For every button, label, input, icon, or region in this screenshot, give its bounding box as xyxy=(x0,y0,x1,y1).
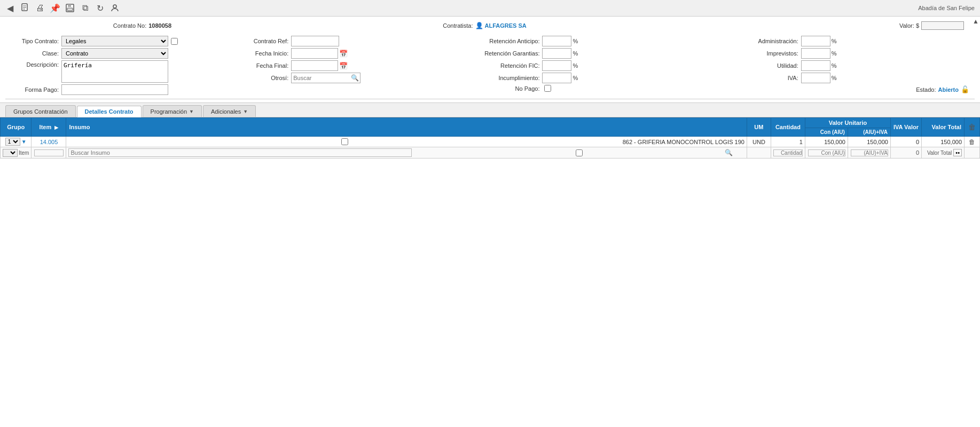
save-icon[interactable] xyxy=(64,2,76,14)
um-value: UND xyxy=(752,139,765,145)
th-um: UM xyxy=(747,118,771,137)
th-cantidad: Cantidad xyxy=(771,118,805,137)
tab-detalles-contrato[interactable]: Detalles Contrato xyxy=(77,106,142,117)
fecha-final-calendar-icon[interactable]: 📅 xyxy=(339,62,348,70)
new-aiu-hva-input[interactable] xyxy=(851,149,888,156)
row-insumo-checkbox[interactable] xyxy=(68,138,621,145)
contratista-section: Contratista: 👤 ALFAGRES SA xyxy=(279,22,690,29)
con-aiu-value: 150,000 xyxy=(824,139,845,145)
new-con-aiu-input[interactable] xyxy=(808,149,845,156)
administracion-input[interactable]: 0.00 xyxy=(801,36,830,46)
new-row-del xyxy=(965,147,980,159)
retencion-fic-label: Retención FIC: xyxy=(470,62,539,69)
collapse-header-icon[interactable]: ▲ xyxy=(973,18,979,25)
th-aiu-hva: (AIU)+IVA xyxy=(848,128,890,137)
row-con-aiu: 150,000 xyxy=(805,137,848,147)
descripcion-textarea[interactable]: Grifería xyxy=(61,60,168,83)
row-delete: 🗑 xyxy=(965,137,980,147)
tipo-contrato-label: Tipo Contrato: xyxy=(11,38,59,44)
new-iva-value: 0 xyxy=(916,149,919,156)
clase-label: Clase: xyxy=(11,50,59,57)
new-doc-icon[interactable] xyxy=(19,2,31,14)
otrosi-label: Otrosí: xyxy=(240,75,288,81)
item-sort-icon[interactable]: ▶ xyxy=(54,125,58,130)
new-row-iva: 0 xyxy=(890,147,921,159)
form-col-far-right: Administración: 0.00 % Imprevistos: 0.00… xyxy=(745,36,969,97)
retencion-fic-input[interactable]: 10 xyxy=(542,60,571,71)
tab-grupos-contratacion[interactable]: Grupos Contratación xyxy=(5,105,76,117)
imprevistos-pct: % xyxy=(832,50,837,57)
th-item[interactable]: Item ▶ xyxy=(32,118,66,137)
valor-section: Valor: $ 150,000 xyxy=(690,21,975,30)
retencion-anticipo-input[interactable]: 0.00 xyxy=(542,36,571,46)
grupo-select[interactable]: 1 xyxy=(5,138,20,146)
tabs-bar: Grupos Contratación Detalles Contrato Pr… xyxy=(0,103,980,117)
refresh-icon[interactable]: ↻ xyxy=(94,2,106,14)
contrato-no-label: Contrato No: xyxy=(113,22,146,29)
valor-input[interactable]: 150,000 xyxy=(921,21,964,30)
row-expand-icon[interactable]: ▼ xyxy=(21,139,27,145)
row-delete-button[interactable]: 🗑 xyxy=(968,138,976,146)
tab-programacion[interactable]: Programación ▼ xyxy=(143,105,202,117)
adicionales-dropdown-arrow[interactable]: ▼ xyxy=(243,109,248,114)
svg-rect-6 xyxy=(67,8,73,11)
incumplimiento-input[interactable]: 0.00 xyxy=(542,73,571,83)
imprevistos-label: Imprevistos: xyxy=(745,50,798,57)
items-table: Grupo Item ▶ Insumo UM Cantidad Valor Un… xyxy=(0,117,980,159)
lock-icon[interactable]: 🔓 xyxy=(961,85,969,93)
new-cantidad-input[interactable] xyxy=(773,149,803,156)
otrosi-input[interactable] xyxy=(291,73,360,83)
utilidad-pct: % xyxy=(832,62,837,69)
no-pago-checkbox[interactable] xyxy=(544,85,551,92)
new-row-total: Valor Total •• xyxy=(922,147,965,159)
back-icon[interactable]: ◀ xyxy=(4,2,16,14)
fecha-inicio-calendar-icon[interactable]: 📅 xyxy=(339,50,348,58)
otrosi-search-icon[interactable]: 🔍 xyxy=(351,74,359,82)
new-grupo-select[interactable] xyxy=(3,149,18,157)
print-icon[interactable]: 🖨 xyxy=(34,2,46,14)
svg-point-7 xyxy=(113,5,116,8)
forma-pago-input[interactable] xyxy=(61,84,168,95)
pin-icon[interactable]: 📌 xyxy=(49,2,61,14)
new-row-aiu-hva xyxy=(848,147,890,159)
fecha-inicio-input[interactable]: 21/09/2022 xyxy=(291,48,338,59)
new-total-ellipsis[interactable]: •• xyxy=(953,149,962,156)
new-row-cantidad xyxy=(771,147,805,159)
new-item-label: Item xyxy=(19,150,29,156)
clase-select[interactable]: Contrato Otro xyxy=(61,48,168,59)
retencion-fic-pct: % xyxy=(573,62,578,69)
delete-all-button[interactable]: 🗑 xyxy=(967,123,977,131)
fecha-final-label: Fecha Final: xyxy=(240,62,288,69)
copy-icon[interactable]: ⧉ xyxy=(79,2,91,14)
new-insumo-checkbox[interactable] xyxy=(414,149,744,156)
retencion-garantias-label: Retención Garantias: xyxy=(470,50,539,57)
iva-input[interactable]: 0.00 xyxy=(801,73,830,83)
insumo-search-icon[interactable]: 🔍 xyxy=(725,149,733,156)
new-total-label: Valor Total xyxy=(927,150,952,156)
fecha-final-input[interactable]: 30/09/2022 xyxy=(291,60,338,71)
tipo-contrato-select[interactable]: Legales Especiales xyxy=(61,36,168,46)
tab-adicionales[interactable]: Adicionales ▼ xyxy=(203,105,256,117)
utilidad-input[interactable]: 0.00 xyxy=(801,60,830,71)
contrato-ref-input[interactable] xyxy=(291,36,339,46)
incumplimiento-label: Incumplimiento: xyxy=(470,75,539,81)
retencion-anticipo-label: Retención Anticipo: xyxy=(470,38,539,44)
retencion-garantias-input[interactable]: 10 xyxy=(542,48,571,59)
total-value: 150,000 xyxy=(940,139,962,145)
estado-value: Abierto xyxy=(938,86,959,93)
new-insumo-input[interactable] xyxy=(68,148,411,157)
user-icon[interactable] xyxy=(109,2,121,14)
form-col-left: Tipo Contrato: Legales Especiales Clase:… xyxy=(11,36,240,97)
row-iva: 0 xyxy=(890,137,921,147)
th-valor-unitario: Valor Unitario xyxy=(805,118,890,128)
utilidad-label: Utilidad: xyxy=(745,62,798,69)
cantidad-value: 1 xyxy=(799,139,803,145)
programacion-dropdown-arrow[interactable]: ▼ xyxy=(189,109,194,114)
tipo-contrato-checkbox[interactable] xyxy=(171,38,178,45)
imprevistos-input[interactable]: 0.00 xyxy=(801,48,830,59)
row-total: 150,000 xyxy=(922,137,965,147)
new-row-um xyxy=(747,147,771,159)
toolbar: ◀ 🖨 📌 ⧉ ↻ Abadía de San Felipe xyxy=(0,0,980,17)
new-item-input[interactable] xyxy=(34,149,64,156)
iva-pct: % xyxy=(832,75,837,81)
